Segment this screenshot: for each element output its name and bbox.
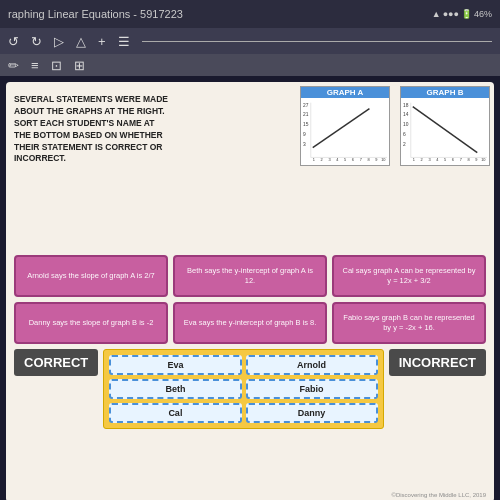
svg-text:5: 5 (344, 157, 347, 162)
battery-icon: 🔋 (461, 9, 472, 19)
app-title: raphing Linear Equations - 5917223 (8, 8, 426, 20)
svg-text:6: 6 (352, 157, 354, 162)
svg-text:3: 3 (428, 157, 430, 162)
svg-line-35 (413, 107, 478, 153)
statement-cal: Cal says graph A can be represented by y… (332, 255, 486, 297)
svg-text:27: 27 (303, 103, 309, 108)
toolbar-2: ✏ ≡ ⊡ ⊞ (0, 54, 500, 76)
svg-text:10: 10 (403, 122, 409, 127)
undo-icon[interactable]: ↺ (8, 34, 19, 49)
add-icon[interactable]: + (98, 34, 106, 49)
crop-icon[interactable]: ⊡ (51, 58, 62, 73)
graph-a-area: 27 21 15 9 3 1 2 3 4 5 6 7 8 9 10 (301, 98, 389, 166)
svg-text:21: 21 (303, 112, 309, 117)
instruction-text: SEVERAL STATEMENTS WERE MADE ABOUT THE G… (14, 94, 169, 165)
menu-icon[interactable]: ☰ (118, 34, 130, 49)
graph-b-title: GRAPH B (401, 87, 489, 98)
svg-text:8: 8 (467, 157, 469, 162)
svg-text:5: 5 (444, 157, 447, 162)
instruction-box: SEVERAL STATEMENTS WERE MADE ABOUT THE G… (14, 94, 169, 165)
grid-icon[interactable]: ⊞ (74, 58, 85, 73)
bottom-section: CORRECT Eva Arnold Beth Fabio Cal Danny … (14, 349, 486, 429)
svg-text:4: 4 (436, 157, 439, 162)
main-content: GRAPH A 27 21 15 9 3 1 2 3 4 5 6 7 (6, 82, 494, 500)
graph-a-container: GRAPH A 27 21 15 9 3 1 2 3 4 5 6 7 (300, 86, 390, 166)
svg-text:9: 9 (303, 132, 306, 137)
status-bar: raphing Linear Equations - 5917223 ▲ ●●●… (0, 0, 500, 28)
svg-text:10: 10 (381, 157, 386, 162)
name-card-beth[interactable]: Beth (109, 379, 241, 399)
svg-text:2: 2 (421, 157, 423, 162)
correct-drop-zone[interactable]: Eva Arnold Beth Fabio Cal Danny (103, 349, 383, 429)
incorrect-label: INCORRECT (389, 349, 486, 376)
delta-icon[interactable]: △ (76, 34, 86, 49)
svg-text:7: 7 (360, 157, 362, 162)
svg-line-17 (313, 109, 370, 148)
svg-text:4: 4 (336, 157, 339, 162)
svg-text:9: 9 (375, 157, 377, 162)
svg-text:2: 2 (321, 157, 323, 162)
svg-text:1: 1 (313, 157, 315, 162)
svg-text:14: 14 (403, 112, 409, 117)
redo-icon[interactable]: ↻ (31, 34, 42, 49)
svg-text:9: 9 (475, 157, 477, 162)
statement-danny: Danny says the slope of graph B is -2 (14, 302, 168, 344)
statements-row: Arnold says the slope of graph A is 2/7 … (14, 255, 486, 344)
statement-eva: Eva says the y-intercept of graph B is 8… (173, 302, 327, 344)
svg-text:3: 3 (328, 157, 330, 162)
svg-text:3: 3 (303, 142, 306, 147)
svg-text:6: 6 (403, 132, 406, 137)
graph-b-area: 18 14 10 6 2 1 2 3 4 5 6 7 8 9 10 (401, 98, 489, 166)
graph-b-container: GRAPH B 18 14 10 6 2 1 2 3 4 5 6 7 (400, 86, 490, 166)
svg-text:1: 1 (413, 157, 415, 162)
statement-fabio: Fabio says graph B can be represented by… (332, 302, 486, 344)
svg-text:8: 8 (367, 157, 369, 162)
statement-beth: Beth says the y-intercept of graph A is … (173, 255, 327, 297)
graph-b-svg: 18 14 10 6 2 1 2 3 4 5 6 7 8 9 10 (401, 98, 489, 166)
svg-text:15: 15 (303, 122, 309, 127)
toolbar: ↺ ↻ ▷ △ + ☰ (0, 28, 500, 54)
name-card-eva[interactable]: Eva (109, 355, 241, 375)
svg-text:18: 18 (403, 103, 409, 108)
edit-icon[interactable]: ✏ (8, 58, 19, 73)
correct-label: CORRECT (14, 349, 98, 376)
svg-text:7: 7 (460, 157, 462, 162)
wifi-icon: ▲ (432, 9, 441, 19)
graph-a-title: GRAPH A (301, 87, 389, 98)
signal-icon: ●●● (443, 9, 459, 19)
name-card-arnold[interactable]: Arnold (246, 355, 378, 375)
name-card-cal[interactable]: Cal (109, 403, 241, 423)
svg-text:10: 10 (481, 157, 486, 162)
list-icon[interactable]: ≡ (31, 58, 39, 73)
watermark: ©Discovering the Middle LLC, 2019 (392, 492, 486, 498)
name-card-fabio[interactable]: Fabio (246, 379, 378, 399)
statement-arnold: Arnold says the slope of graph A is 2/7 (14, 255, 168, 297)
signal-icons: ▲ ●●● 🔋 46% (432, 9, 492, 19)
battery-percent: 46% (474, 9, 492, 19)
play-icon[interactable]: ▷ (54, 34, 64, 49)
svg-text:6: 6 (452, 157, 454, 162)
name-card-danny[interactable]: Danny (246, 403, 378, 423)
graph-a-svg: 27 21 15 9 3 1 2 3 4 5 6 7 8 9 10 (301, 98, 389, 166)
graphs-row: GRAPH A 27 21 15 9 3 1 2 3 4 5 6 7 (300, 86, 490, 166)
svg-text:2: 2 (403, 142, 406, 147)
